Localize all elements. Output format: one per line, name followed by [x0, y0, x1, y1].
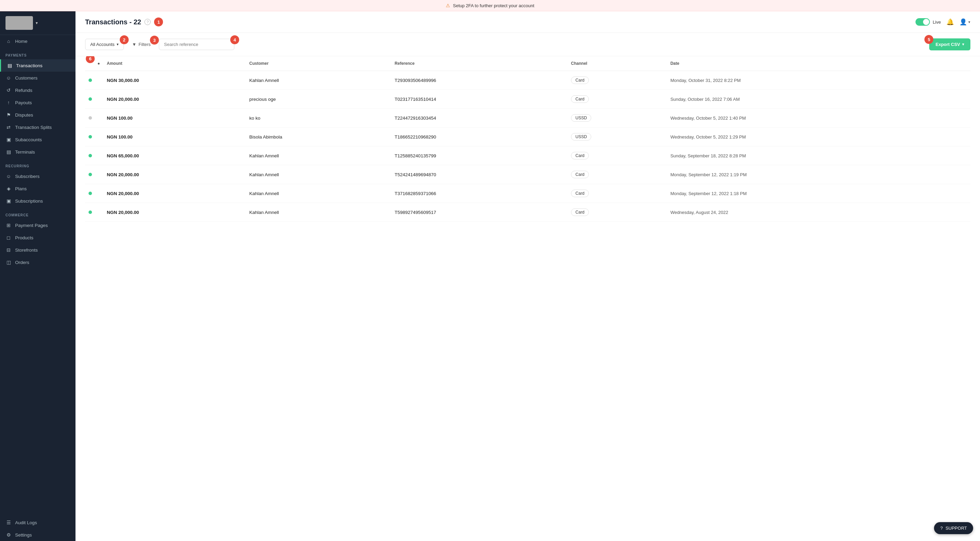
- sidebar-item-settings[interactable]: ⚙ Settings: [0, 529, 75, 541]
- callout-badge-2: 2: [120, 35, 129, 44]
- export-csv-button[interactable]: Export CSV ▾: [929, 38, 970, 51]
- row-customer: ko ko: [246, 109, 391, 127]
- row-date: Wednesday, October 5, 2022 1:40 PM: [667, 109, 970, 127]
- notification-icon[interactable]: 🔔: [947, 18, 954, 26]
- row-date: Monday, September 12, 2022 1:18 PM: [667, 184, 970, 203]
- status-dot: [89, 135, 92, 138]
- row-date: Sunday, September 18, 2022 8:28 PM: [667, 146, 970, 165]
- filter-icon: ▼: [132, 42, 137, 47]
- row-status: [85, 90, 103, 109]
- row-channel: USSD: [568, 109, 667, 127]
- products-icon: ◻: [5, 235, 12, 240]
- terminals-icon: ▤: [5, 149, 12, 155]
- row-amount: NGN 20,000.00: [103, 203, 246, 222]
- status-dot: [89, 211, 92, 214]
- user-chevron-icon: ▾: [968, 20, 970, 24]
- sidebar-item-plans[interactable]: ◈ Plans: [0, 182, 75, 195]
- table-row[interactable]: NGN 20,000.00 Kahlan Amnell T52424148969…: [85, 165, 970, 184]
- row-reference: T023177163510414: [391, 90, 568, 109]
- callout-badge-6: 6: [86, 56, 95, 63]
- header-bar: Transactions - 22 ? 1 Live 🔔 👤 ▾: [75, 11, 980, 33]
- sidebar-item-payouts[interactable]: ↑ Payouts: [0, 96, 75, 109]
- sidebar-item-subscribers[interactable]: ☺ Subscribers: [0, 170, 75, 182]
- sidebar-item-customers[interactable]: ☺ Customers: [0, 71, 75, 84]
- table-row[interactable]: NGN 20,000.00 precious oge T023177163510…: [85, 90, 970, 109]
- search-input[interactable]: [159, 39, 234, 50]
- row-customer: Kahlan Amnell: [246, 146, 391, 165]
- sidebar-item-orders[interactable]: ◫ Orders: [0, 256, 75, 268]
- table-row[interactable]: NGN 20,000.00 Kahlan Amnell T37168285937…: [85, 184, 970, 203]
- live-label: Live: [933, 19, 941, 25]
- sidebar-item-audit-logs[interactable]: ☰ Audit Logs: [0, 516, 75, 529]
- table-row[interactable]: NGN 65,000.00 Kahlan Amnell T12588524013…: [85, 146, 970, 165]
- live-toggle[interactable]: Live: [915, 18, 941, 26]
- support-button[interactable]: ? SUPPORT: [934, 522, 973, 534]
- user-menu[interactable]: 👤 ▾: [959, 18, 970, 26]
- row-date: Sunday, October 16, 2022 7:06 AM: [667, 90, 970, 109]
- warning-icon: ⚠: [446, 3, 450, 8]
- sidebar-item-label: Disputes: [15, 113, 33, 117]
- sidebar-logo[interactable]: ▾: [0, 11, 75, 35]
- toggle-switch[interactable]: [915, 18, 930, 26]
- row-date: Wednesday, October 5, 2022 1:29 PM: [667, 127, 970, 146]
- toolbar: All Accounts ▾ 2 ▼ Filters 3 4 Export: [75, 33, 980, 56]
- logo: [5, 16, 33, 30]
- sidebar-item-storefronts[interactable]: ⊟ Storefronts: [0, 244, 75, 256]
- row-reference: T371682859371066: [391, 184, 568, 203]
- col-date: Date: [667, 56, 970, 71]
- sidebar-item-subaccounts[interactable]: ▣ Subaccounts: [0, 133, 75, 146]
- row-customer: Kahlan Amnell: [246, 203, 391, 222]
- accounts-label: All Accounts: [90, 42, 115, 47]
- row-date: Monday, September 12, 2022 1:19 PM: [667, 165, 970, 184]
- table-row[interactable]: NGN 100.00 ko ko T224472916303454 USSD W…: [85, 109, 970, 127]
- row-status: [85, 146, 103, 165]
- row-amount: NGN 100.00: [103, 109, 246, 127]
- table-row[interactable]: NGN 20,000.00 Kahlan Amnell T59892749560…: [85, 203, 970, 222]
- transactions-table: 6 ● Amount Customer Reference Channel Da…: [85, 56, 970, 222]
- sidebar-item-disputes[interactable]: ⚑ Disputes: [0, 109, 75, 121]
- row-status: [85, 127, 103, 146]
- sidebar-item-label: Plans: [15, 186, 27, 191]
- sidebar-item-label: Transactions: [16, 63, 43, 68]
- sidebar-item-label: Subaccounts: [15, 137, 42, 142]
- user-avatar-icon: 👤: [959, 18, 967, 26]
- sidebar-item-transaction-splits[interactable]: ⇄ Transaction Splits: [0, 121, 75, 133]
- sidebar-item-payment-pages[interactable]: ⊞ Payment Pages: [0, 219, 75, 232]
- help-icon[interactable]: ?: [145, 19, 151, 25]
- channel-badge: USSD: [571, 133, 591, 141]
- sidebar-item-label: Refunds: [15, 88, 32, 93]
- support-icon: ?: [940, 525, 943, 531]
- status-dot: [89, 192, 92, 195]
- table-row[interactable]: NGN 100.00 Bisola Abimbola T186652210968…: [85, 127, 970, 146]
- disputes-icon: ⚑: [5, 112, 12, 117]
- sidebar-item-label: Audit Logs: [15, 520, 37, 525]
- row-customer: Kahlan Amnell: [246, 184, 391, 203]
- row-reference: T293093506489996: [391, 71, 568, 90]
- export-chevron-icon: ▾: [962, 42, 964, 47]
- col-customer: Customer: [246, 56, 391, 71]
- sidebar-item-label: Products: [15, 235, 33, 240]
- sidebar-item-subscriptions[interactable]: ▣ Subscriptions: [0, 195, 75, 207]
- callout-badge-1: 1: [154, 17, 163, 26]
- chevron-down-icon: ▾: [36, 21, 38, 25]
- sidebar-item-home[interactable]: ⌂ Home: [0, 35, 75, 47]
- callout-badge-4: 4: [230, 35, 239, 44]
- sidebar-item-terminals[interactable]: ▤ Terminals: [0, 146, 75, 158]
- payouts-icon: ↑: [5, 100, 12, 105]
- sidebar-item-refunds[interactable]: ↺ Refunds: [0, 84, 75, 96]
- row-customer: Kahlan Amnell: [246, 71, 391, 90]
- col-amount: Amount: [103, 56, 246, 71]
- row-channel: Card: [568, 203, 667, 222]
- payments-section-label: PAYMENTS: [0, 47, 75, 59]
- all-accounts-button[interactable]: All Accounts ▾: [85, 39, 124, 50]
- subscribers-icon: ☺: [5, 173, 12, 179]
- sidebar-item-products[interactable]: ◻ Products: [0, 232, 75, 244]
- sidebar-item-label: Orders: [15, 260, 29, 265]
- table-row[interactable]: NGN 30,000.00 Kahlan Amnell T29309350648…: [85, 71, 970, 90]
- row-amount: NGN 20,000.00: [103, 165, 246, 184]
- row-status: [85, 165, 103, 184]
- row-channel: Card: [568, 71, 667, 90]
- storefronts-icon: ⊟: [5, 247, 12, 253]
- sidebar-item-transactions[interactable]: ▤ Transactions: [0, 59, 75, 71]
- row-reference: T598927495609517: [391, 203, 568, 222]
